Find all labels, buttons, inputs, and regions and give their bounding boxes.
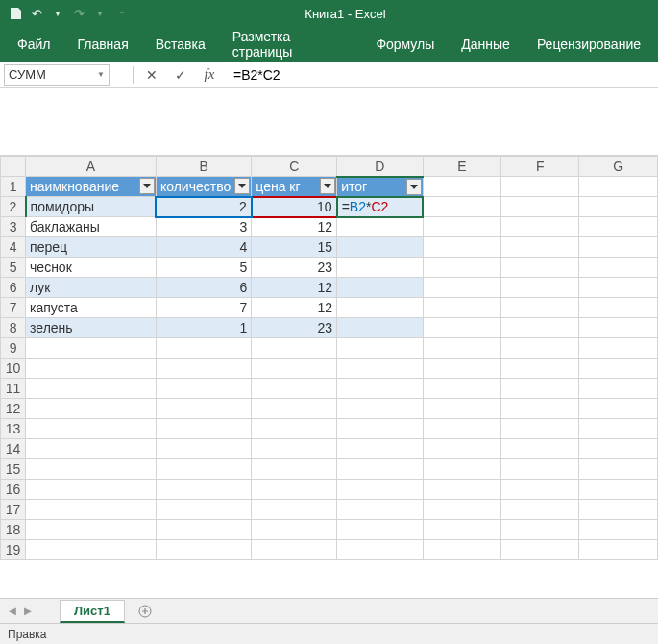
row-header-10[interactable]: 10 (1, 359, 26, 379)
cell[interactable] (423, 237, 500, 258)
cell[interactable] (337, 399, 424, 419)
cell-d4[interactable] (337, 237, 424, 258)
row-header-11[interactable]: 11 (1, 379, 26, 399)
cell[interactable] (252, 419, 337, 439)
cell[interactable] (501, 439, 579, 459)
cell[interactable] (501, 197, 579, 217)
cell[interactable] (26, 480, 157, 500)
cell[interactable] (337, 439, 424, 459)
qat-customize-icon[interactable]: ⁼ (113, 6, 129, 21)
spreadsheet-grid[interactable]: A B C D E F G 1 наимкнование количество … (0, 156, 658, 560)
cell-a7[interactable]: капуста (26, 298, 157, 318)
cell[interactable] (156, 480, 251, 500)
cell[interactable] (337, 419, 424, 439)
cell[interactable] (423, 278, 500, 298)
row-header-12[interactable]: 12 (1, 399, 26, 419)
cell-b3[interactable]: 3 (156, 217, 251, 237)
row-header-8[interactable]: 8 (1, 318, 26, 338)
cell[interactable] (26, 399, 157, 419)
cell[interactable] (156, 540, 251, 560)
cell[interactable] (26, 419, 157, 439)
tab-insert[interactable]: Вставка (142, 29, 219, 60)
cell[interactable] (423, 318, 500, 338)
undo-icon[interactable]: ↶ (29, 6, 44, 21)
cell[interactable] (579, 540, 658, 560)
cell[interactable] (26, 439, 157, 459)
row-header-3[interactable]: 3 (1, 217, 26, 237)
tab-home[interactable]: Главная (63, 29, 141, 60)
cell[interactable] (26, 338, 157, 359)
cell[interactable] (579, 318, 658, 338)
cell[interactable] (423, 520, 500, 540)
cell[interactable] (501, 399, 579, 419)
row-header-5[interactable]: 5 (1, 258, 26, 278)
cell[interactable] (337, 520, 424, 540)
cell-d6[interactable] (337, 278, 424, 298)
col-header-b[interactable]: B (156, 157, 251, 177)
cell-b4[interactable]: 4 (156, 237, 251, 258)
cell-b5[interactable]: 5 (156, 258, 251, 278)
cell[interactable] (337, 480, 424, 500)
cell-d2[interactable]: =B2*C2 (337, 197, 424, 217)
cell[interactable] (423, 359, 500, 379)
row-header-15[interactable]: 15 (1, 459, 26, 480)
cell[interactable] (156, 500, 251, 520)
cell-b6[interactable]: 6 (156, 278, 251, 298)
cell[interactable] (501, 459, 579, 480)
filter-icon[interactable] (406, 179, 422, 195)
cell-c2[interactable]: 10 (252, 197, 337, 217)
table-header-price[interactable]: цена кг (252, 177, 337, 197)
cell-c4[interactable]: 15 (252, 237, 337, 258)
row-header-18[interactable]: 18 (1, 520, 26, 540)
cell[interactable] (579, 338, 658, 359)
cell[interactable] (501, 258, 579, 278)
cell[interactable] (423, 258, 500, 278)
col-header-c[interactable]: C (252, 157, 337, 177)
row-header-14[interactable]: 14 (1, 439, 26, 459)
cell[interactable] (579, 177, 658, 197)
cell[interactable] (423, 298, 500, 318)
cell[interactable] (579, 379, 658, 399)
cell[interactable] (579, 359, 658, 379)
cell[interactable] (423, 459, 500, 480)
enter-icon[interactable]: ✓ (170, 64, 191, 86)
cell-b2[interactable]: 2 (156, 197, 251, 217)
row-header-7[interactable]: 7 (1, 298, 26, 318)
cell[interactable] (423, 197, 500, 217)
cell[interactable] (501, 540, 579, 560)
cell[interactable] (26, 540, 157, 560)
row-header-13[interactable]: 13 (1, 419, 26, 439)
cell[interactable] (423, 439, 500, 459)
sheet-tab-1[interactable]: Лист1 (60, 600, 125, 623)
cell[interactable] (252, 338, 337, 359)
name-box-dropdown-icon[interactable]: ▼ (97, 70, 105, 79)
cell-a3[interactable]: баклажаны (26, 217, 157, 237)
filter-icon[interactable] (234, 178, 250, 194)
cell-a6[interactable]: лук (26, 278, 157, 298)
cell[interactable] (423, 379, 500, 399)
cell[interactable] (26, 459, 157, 480)
cell[interactable] (423, 177, 500, 197)
cell[interactable] (579, 480, 658, 500)
save-icon[interactable] (8, 6, 23, 21)
cell-c8[interactable]: 23 (252, 318, 337, 338)
cell[interactable] (337, 459, 424, 480)
fx-icon[interactable]: fx (199, 64, 220, 86)
row-header-17[interactable]: 17 (1, 500, 26, 520)
cell[interactable] (423, 217, 500, 237)
cell-d8[interactable] (337, 318, 424, 338)
cell[interactable] (156, 379, 251, 399)
cell[interactable] (423, 500, 500, 520)
cell[interactable] (579, 399, 658, 419)
cell-c7[interactable]: 12 (252, 298, 337, 318)
cell-a2[interactable]: помидоры (26, 197, 157, 217)
redo-icon[interactable]: ↷ (71, 6, 86, 21)
cell[interactable] (423, 480, 500, 500)
cell[interactable] (337, 540, 424, 560)
cell-d5[interactable] (337, 258, 424, 278)
cell[interactable] (252, 439, 337, 459)
row-header-19[interactable]: 19 (1, 540, 26, 560)
cell[interactable] (252, 540, 337, 560)
cell[interactable] (501, 338, 579, 359)
cell[interactable] (156, 399, 251, 419)
